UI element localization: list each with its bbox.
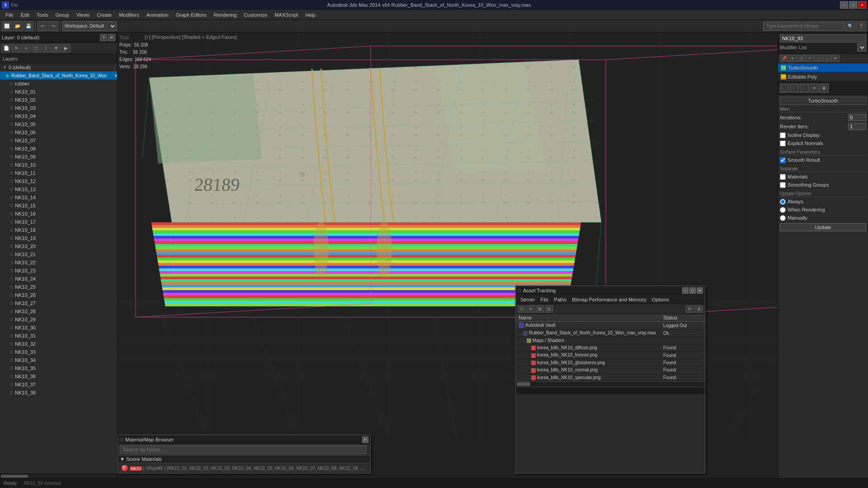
layers-scrollbar[interactable] bbox=[0, 474, 117, 478]
ts-materials-checkbox[interactable] bbox=[780, 174, 786, 180]
material-item[interactable]: NK10 ( VRayMtl ) [NK10_01, NK10_02, NK10… bbox=[120, 464, 368, 472]
at-tb-btn-1[interactable]: ⬡ bbox=[518, 305, 526, 313]
save-button[interactable]: 💾 bbox=[24, 21, 33, 31]
modifier-turbosmooth[interactable]: TS TurboSmooth bbox=[778, 63, 868, 72]
rt-pin-button[interactable]: 📌 bbox=[780, 55, 788, 62]
layer-item-nk30[interactable]: ⬡NK10_30 bbox=[0, 324, 117, 332]
layer-select-button[interactable]: ◻ bbox=[32, 44, 41, 52]
layer-item-nk37[interactable]: ⬡NK10_37 bbox=[0, 380, 117, 389]
rt-button-2[interactable]: ◻ bbox=[797, 55, 805, 62]
layer-item-nk23[interactable]: ⬡NK10_23 bbox=[0, 267, 117, 275]
layer-item-nk07[interactable]: ⬡NK10_07 bbox=[0, 136, 117, 145]
material-search-input[interactable] bbox=[120, 445, 367, 454]
menu-create[interactable]: Create bbox=[93, 11, 115, 19]
maximize-button[interactable]: □ bbox=[849, 1, 857, 9]
layer-item-nk21[interactable]: ⬡NK10_21 bbox=[0, 250, 117, 258]
at-row-maxfile[interactable]: Rubber_Band_Stack_of_North_Korea_10_Won_… bbox=[516, 329, 705, 337]
viewport[interactable]: 28189 78 bbox=[118, 33, 778, 478]
undo-button[interactable]: ↩ bbox=[38, 21, 47, 31]
at-tb-refresh[interactable]: ↻ bbox=[686, 305, 694, 313]
asset-tracking-content[interactable]: Name Status Autodesk Vault Logged Out Ru… bbox=[516, 314, 705, 381]
asset-tracking-minimize[interactable]: – bbox=[682, 287, 689, 294]
menu-maxscript[interactable]: MAXScript bbox=[271, 11, 302, 19]
menu-file[interactable]: File bbox=[2, 11, 17, 19]
rt-button-5[interactable]: ↓ bbox=[823, 55, 831, 62]
layer-item-nk22[interactable]: ⬡NK10_22 bbox=[0, 258, 117, 267]
open-button[interactable]: 📂 bbox=[13, 21, 23, 31]
qa-btn-4[interactable]: ≡ bbox=[810, 84, 819, 93]
layer-item-nk36[interactable]: ⬡NK10_36 bbox=[0, 372, 117, 380]
ts-update-button[interactable]: Update bbox=[780, 223, 866, 231]
layer-item-nk35[interactable]: ⬡NK10_35 bbox=[0, 364, 117, 372]
layer-item-nk02[interactable]: ⬡NK10_02 bbox=[0, 96, 117, 104]
asset-tracking-titlebar[interactable]: ⬡ Asset Tracking – □ ✕ bbox=[516, 286, 705, 295]
at-menu-bitmap[interactable]: Bitmap Performance and Memory bbox=[569, 296, 649, 303]
ts-smoothing-groups-checkbox[interactable] bbox=[780, 182, 786, 188]
at-tb-btn-2[interactable]: ≡ bbox=[527, 305, 535, 313]
search-button[interactable]: 🔍 bbox=[845, 21, 855, 31]
asset-tracking-maximize[interactable]: □ bbox=[689, 287, 696, 294]
at-tb-settings[interactable]: ⚙ bbox=[695, 305, 703, 313]
layer-item-nk19[interactable]: ⬡NK10_19 bbox=[0, 234, 117, 242]
ts-render-iters-input[interactable] bbox=[848, 123, 866, 130]
at-row-normal[interactable]: korea_bills_NK10_normal.png Found bbox=[516, 366, 705, 374]
layer-item-nk29[interactable]: ⬡NK10_29 bbox=[0, 315, 117, 324]
menu-modifiers[interactable]: Modifiers bbox=[115, 11, 143, 19]
at-tb-btn-4[interactable]: ⊟ bbox=[545, 305, 553, 313]
layer-item-nk38[interactable]: ⬡NK10_38 bbox=[0, 389, 117, 397]
layer-item-nk20[interactable]: ⬡NK10_20 bbox=[0, 242, 117, 250]
material-browser-close[interactable]: ✕ bbox=[362, 436, 368, 443]
menu-graph-editors[interactable]: Graph Editors bbox=[172, 11, 210, 19]
modifier-list-dropdown[interactable]: ▼ bbox=[857, 43, 866, 52]
layer-item-0[interactable]: ▼ 0 (default) bbox=[0, 63, 117, 71]
rt-button-1[interactable]: ≡ bbox=[788, 55, 797, 62]
layer-item-nk25[interactable]: ⬡NK10_25 bbox=[0, 283, 117, 291]
layer-item-nk08[interactable]: ⬡NK10_08 bbox=[0, 145, 117, 153]
at-menu-options[interactable]: Options bbox=[649, 296, 672, 303]
layer-item-nk26[interactable]: ⬡NK10_26 bbox=[0, 291, 117, 299]
at-tb-btn-3[interactable]: ⊞ bbox=[536, 305, 544, 313]
qa-btn-5[interactable]: ⊞ bbox=[820, 84, 829, 93]
help-button[interactable]: ? bbox=[856, 21, 866, 31]
at-row-glossiness[interactable]: korea_bills_NK10_glossiness.png Found bbox=[516, 359, 705, 366]
rt-button-6[interactable]: ✕ bbox=[831, 55, 840, 62]
layer-item-nk03[interactable]: ⬡NK10_03 bbox=[0, 104, 117, 112]
ts-manually-radio[interactable] bbox=[780, 215, 786, 221]
rt-button-4[interactable]: ↑ bbox=[814, 55, 822, 62]
at-row-vault[interactable]: Autodesk Vault Logged Out bbox=[516, 322, 705, 329]
menu-customize[interactable]: Customize bbox=[240, 11, 271, 19]
layer-delete-button[interactable]: ✕ bbox=[12, 44, 21, 52]
at-menu-paths[interactable]: Paths bbox=[551, 296, 569, 303]
layer-item-nk18[interactable]: ⬡NK10_18 bbox=[0, 226, 117, 234]
close-button[interactable]: ✕ bbox=[858, 1, 866, 9]
material-browser-titlebar[interactable]: ⬡ Material/Map Browser ✕ bbox=[118, 435, 370, 444]
at-row-specular[interactable]: korea_bills_NK10_specular.png Found bbox=[516, 374, 705, 381]
at-menu-file[interactable]: File bbox=[538, 296, 551, 303]
layer-add-button[interactable]: + bbox=[22, 44, 31, 52]
layer-item-nk01[interactable]: ⬡NK10_01 bbox=[0, 88, 117, 96]
at-scrollbar-h[interactable] bbox=[516, 381, 705, 387]
layer-item-nk31[interactable]: ⬡NK10_31 bbox=[0, 332, 117, 340]
layer-item-rubber[interactable]: ⬡rubber bbox=[0, 80, 117, 88]
menu-tools[interactable]: Tools bbox=[33, 11, 52, 19]
menu-group[interactable]: Group bbox=[52, 11, 73, 19]
layer-collapse-button[interactable]: ▼ bbox=[52, 44, 61, 52]
at-row-maps[interactable]: Maps / Shaders bbox=[516, 337, 705, 344]
modifier-editablepoly[interactable]: EP Editable Poly bbox=[778, 72, 868, 81]
rt-button-3[interactable]: + bbox=[806, 55, 814, 62]
layer-item-nk27[interactable]: ⬡NK10_27 bbox=[0, 299, 117, 307]
search-input[interactable] bbox=[763, 22, 844, 31]
layer-item-nk09[interactable]: ⬡NK10_09 bbox=[0, 153, 117, 161]
layer-new-button[interactable]: 📄 bbox=[2, 44, 11, 52]
layer-item-nk15[interactable]: ⬡NK10_15 bbox=[0, 202, 117, 210]
layer-item-nk11[interactable]: ⬡NK10_11 bbox=[0, 169, 117, 177]
layer-item-nk32[interactable]: ⬡NK10_32 bbox=[0, 340, 117, 348]
layer-item-nk05[interactable]: ⬡NK10_05 bbox=[0, 120, 117, 128]
workspace-dropdown[interactable]: Workspace: Default bbox=[62, 21, 117, 31]
layer-item-rubberband[interactable]: ▶ Rubber_Band_Stack_of_North_Korea_10_Wo… bbox=[0, 71, 117, 80]
ts-when-rendering-radio[interactable] bbox=[780, 207, 786, 213]
qa-btn-3[interactable] bbox=[800, 84, 809, 93]
layer-list[interactable]: ▼ 0 (default) ▶ Rubber_Band_Stack_of_Nor… bbox=[0, 63, 117, 474]
layer-item-nk16[interactable]: ⬡NK10_16 bbox=[0, 210, 117, 218]
redo-button[interactable]: ↪ bbox=[48, 21, 58, 31]
